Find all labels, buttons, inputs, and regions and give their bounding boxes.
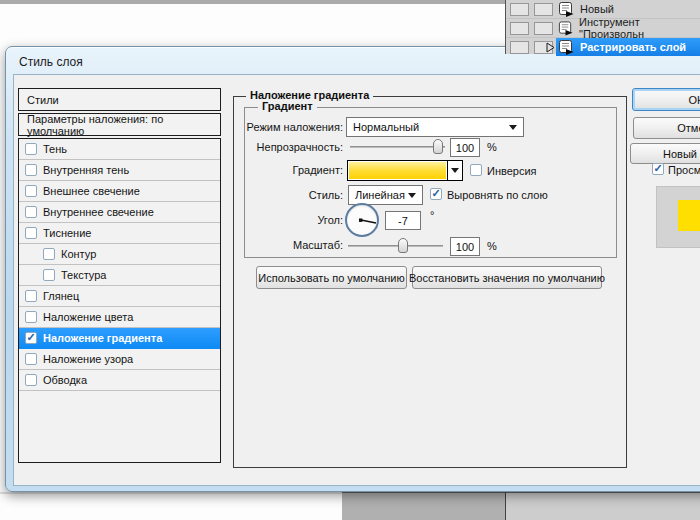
sidebar-item-stroke[interactable]: Обводка — [19, 370, 220, 391]
action-step-icon — [558, 2, 574, 17]
sidebar-item-label: Внешнее свечение — [43, 185, 140, 197]
action-step-icon — [558, 21, 573, 36]
sidebar-item-gradient-overlay[interactable]: Наложение градиента — [19, 328, 220, 349]
style-value: Линейная — [355, 189, 405, 201]
align-with-layer-checkbox[interactable] — [430, 188, 442, 200]
toggle-cell[interactable] — [510, 3, 529, 16]
sidebar-item-label: Текстура — [61, 269, 106, 281]
preview-label: Просмотр — [668, 164, 700, 176]
styles-header-label: Стили — [19, 89, 220, 110]
menu-item-label: Новый — [580, 3, 614, 15]
checkbox-icon[interactable] — [25, 185, 37, 197]
sidebar-item-label: Обводка — [43, 374, 87, 386]
toggle-cell[interactable] — [534, 3, 553, 16]
opacity-slider-thumb[interactable] — [433, 139, 443, 154]
blending-options-box[interactable]: Параметры наложения: по умолчанию — [18, 113, 221, 136]
angle-needle-icon — [345, 203, 379, 237]
checkbox-icon[interactable] — [25, 206, 37, 218]
menu-item-label: Растрировать слой — [580, 41, 686, 53]
sidebar-item-label: Контур — [61, 248, 96, 260]
checkbox-icon[interactable] — [25, 290, 37, 302]
opacity-slider-track[interactable] — [350, 146, 445, 148]
gradient-picker-button[interactable] — [448, 160, 463, 181]
scale-value-field[interactable]: 100 — [450, 237, 480, 256]
sidebar-item-inner-shadow[interactable]: Внутренняя тень — [19, 160, 220, 181]
cancel-button[interactable]: Отмена — [633, 117, 700, 139]
scale-slider-track[interactable] — [348, 245, 443, 247]
dialog-title: Стиль слоя — [19, 55, 83, 69]
menu-item-custom-shape-tool[interactable]: Инструмент "Произвольн — [506, 19, 700, 38]
new-style-button[interactable]: Новый стиль — [630, 143, 700, 164]
toggle-cell[interactable] — [510, 41, 529, 54]
opacity-value-field[interactable]: 100 — [450, 138, 480, 157]
blend-mode-select[interactable]: Нормальный — [346, 117, 524, 137]
actions-menu: Новый Инструмент "Произвольн Растрироват… — [505, 0, 700, 54]
dropdown-arrow-icon — [509, 125, 517, 130]
opacity-unit: % — [487, 141, 497, 153]
style-label: Стиль: — [233, 189, 343, 201]
play-triangle-icon[interactable] — [546, 42, 555, 53]
dropdown-arrow-icon — [408, 193, 416, 198]
blend-mode-value: Нормальный — [353, 121, 419, 133]
angle-value-field[interactable]: -7 — [385, 211, 421, 230]
gradient-label: Градиент: — [233, 164, 343, 176]
menu-item-rasterize-layer[interactable]: Растрировать слой — [506, 38, 700, 56]
checkbox-icon[interactable] — [43, 269, 55, 281]
checkbox-icon[interactable] — [25, 374, 37, 386]
toggle-cell[interactable] — [510, 22, 529, 35]
sidebar-item-bevel[interactable]: Тиснение — [19, 223, 220, 244]
scale-label: Масштаб: — [233, 239, 343, 251]
scale-slider-thumb[interactable] — [398, 238, 408, 253]
sidebar-item-texture[interactable]: Текстура — [19, 265, 220, 286]
sidebar-item-label: Наложение градиента — [43, 332, 162, 344]
sidebar-item-satin[interactable]: Глянец — [19, 286, 220, 307]
sidebar-item-label: Наложение цвета — [43, 311, 133, 323]
blending-options-label: Параметры наложения: по умолчанию — [19, 114, 220, 135]
sidebar-item-label: Глянец — [43, 290, 79, 302]
style-preview-swatch — [678, 200, 700, 231]
sidebar-item-shadow[interactable]: Тень — [19, 139, 220, 160]
gradient-groupbox-title: Градиент — [258, 100, 317, 112]
restore-default-button[interactable]: Восстановить значения по умолчанию — [412, 266, 602, 289]
workspace-gray-area — [342, 492, 505, 520]
workspace-top-strip — [0, 0, 505, 4]
action-step-icon — [558, 40, 574, 55]
sidebar-item-label: Внутреннее свечение — [43, 206, 154, 218]
styles-header-box[interactable]: Стили — [18, 88, 221, 111]
blend-mode-label: Режим наложения: — [233, 121, 343, 133]
checkbox-checked-icon[interactable] — [25, 332, 37, 344]
preview-checkbox[interactable] — [652, 163, 664, 175]
angle-unit: ° — [430, 209, 434, 221]
reverse-label: Инверсия — [487, 165, 537, 177]
sidebar-item-color-overlay[interactable]: Наложение цвета — [19, 307, 220, 328]
workspace-gray-area-light — [506, 492, 700, 520]
checkbox-icon[interactable] — [43, 248, 55, 260]
scale-unit: % — [487, 240, 497, 252]
reverse-checkbox[interactable] — [470, 164, 482, 176]
ok-button[interactable]: ОК — [632, 88, 700, 111]
toggle-cell[interactable] — [534, 22, 553, 35]
opacity-label: Непрозрачность: — [233, 141, 343, 153]
angle-label: Угол: — [233, 214, 343, 226]
sidebar-item-label: Тиснение — [43, 227, 91, 239]
sidebar-item-inner-glow[interactable]: Внутреннее свечение — [19, 202, 220, 223]
sidebar-item-contour[interactable]: Контур — [19, 244, 220, 265]
align-with-layer-label: Выровнять по слою — [447, 189, 548, 201]
use-default-button[interactable]: Использовать по умолчанию — [256, 266, 407, 289]
checkbox-icon[interactable] — [25, 353, 37, 365]
sidebar-item-outer-glow[interactable]: Внешнее свечение — [19, 181, 220, 202]
styles-list: Тень Внутренняя тень Внешнее свечение Вн… — [18, 138, 221, 463]
sidebar-item-pattern-overlay[interactable]: Наложение узора — [19, 349, 220, 370]
sidebar-item-label: Внутренняя тень — [43, 164, 129, 176]
dropdown-arrow-icon — [451, 168, 459, 173]
checkbox-icon[interactable] — [25, 143, 37, 155]
gradient-swatch[interactable] — [347, 160, 448, 181]
style-select[interactable]: Линейная — [348, 185, 423, 205]
menu-item-label: Инструмент "Произвольн — [579, 16, 700, 40]
workspace-shadow-line — [0, 492, 342, 494]
checkbox-icon[interactable] — [25, 311, 37, 323]
checkbox-icon[interactable] — [25, 227, 37, 239]
checkbox-icon[interactable] — [25, 164, 37, 176]
sidebar-item-label: Тень — [43, 143, 67, 155]
sidebar-item-label: Наложение узора — [43, 353, 133, 365]
